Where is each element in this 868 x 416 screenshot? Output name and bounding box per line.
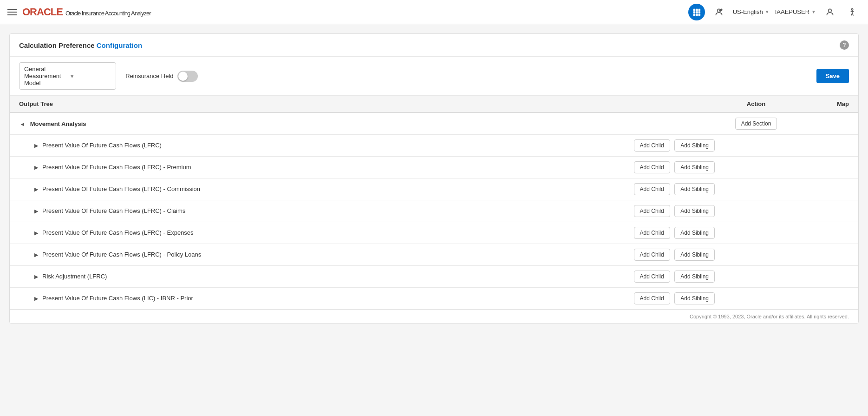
map-cell [809, 222, 858, 244]
action-cell: Add Child Add Sibling [539, 244, 809, 266]
table-row: ◄ Movement Analysis Add Section [10, 112, 858, 135]
tree-node-label: ▶Present Value Of Future Cash Flows (LFR… [10, 244, 539, 266]
reinsurance-toggle-wrap: Reinsurance Held [125, 71, 197, 82]
expand-icon[interactable]: ▶ [33, 143, 39, 149]
svg-rect-0 [693, 8, 696, 11]
language-selector[interactable]: US-English ▼ [733, 8, 770, 15]
svg-rect-3 [693, 11, 696, 13]
tree-node-label: ▶Present Value Of Future Cash Flows (LFR… [10, 157, 539, 178]
child-rows-table: ▶Present Value Of Future Cash Flows (LFR… [10, 135, 858, 310]
table-row: ▶Present Value Of Future Cash Flows (LFR… [10, 200, 858, 222]
expand-icon[interactable]: ▶ [33, 274, 39, 280]
model-dropdown-chevron-icon: ▼ [70, 73, 111, 79]
add-sibling-button[interactable]: Add Sibling [674, 183, 715, 195]
lang-chevron-icon: ▼ [765, 9, 770, 14]
add-child-button[interactable]: Add Child [634, 292, 670, 304]
expand-icon[interactable]: ▶ [33, 230, 39, 237]
add-sibling-button[interactable]: Add Sibling [674, 139, 715, 152]
help-icon[interactable]: ? [840, 40, 849, 50]
expand-icon[interactable]: ▶ [33, 208, 39, 215]
action-cell: Add Child Add Sibling [539, 157, 809, 178]
user-chevron-icon: ▼ [811, 9, 816, 14]
add-sibling-button[interactable]: Add Sibling [674, 292, 715, 304]
add-child-button[interactable]: Add Child [634, 205, 670, 217]
tree-node-label: ◄ Movement Analysis [10, 112, 691, 135]
table-row: ▶Present Value Of Future Cash Flows (LFR… [10, 222, 858, 244]
hamburger-menu[interactable] [7, 9, 17, 15]
toggle-knob [178, 72, 188, 81]
map-cell [809, 244, 858, 266]
map-cell [809, 200, 858, 222]
toolbar: General Measurement Model ▼ Reinsurance … [10, 57, 858, 96]
tree-table-section: Output Tree Action Map ◄ Movement Analys… [10, 96, 858, 310]
svg-rect-8 [698, 13, 700, 15]
add-child-button[interactable]: Add Child [634, 249, 670, 261]
add-sibling-button[interactable]: Add Sibling [674, 161, 715, 173]
add-child-button[interactable]: Add Child [634, 139, 670, 152]
expand-icon[interactable]: ▶ [33, 165, 39, 171]
action-col-header: Action [691, 96, 821, 112]
table-row: ▶Present Value Of Future Cash Flows (LFR… [10, 135, 858, 157]
root-map-cell [821, 112, 858, 135]
expand-icon[interactable]: ▶ [33, 296, 39, 302]
expand-icon[interactable]: ▶ [33, 252, 39, 258]
footer: Copyright © 1993, 2023, Oracle and/or it… [10, 310, 858, 323]
add-child-button[interactable]: Add Child [634, 227, 670, 239]
svg-rect-6 [693, 13, 696, 15]
map-cell [809, 135, 858, 157]
reinsurance-toggle[interactable] [177, 71, 198, 82]
add-child-button[interactable]: Add Child [634, 183, 670, 195]
tree-node-label: ▶Present Value Of Future Cash Flows (LIC… [10, 288, 539, 310]
tree-node-label: ▶Present Value Of Future Cash Flows (LFR… [10, 222, 539, 244]
add-sibling-button[interactable]: Add Sibling [674, 271, 715, 283]
svg-rect-5 [698, 11, 700, 13]
add-sibling-button[interactable]: Add Sibling [674, 205, 715, 217]
accessibility-icon[interactable] [844, 4, 861, 20]
action-cell: Add Child Add Sibling [539, 288, 809, 310]
oracle-logo: ORACLEOracle Insurance Accounting Analyz… [22, 6, 151, 18]
table-row: ▶Present Value Of Future Cash Flows (LFR… [10, 178, 858, 200]
add-sibling-button[interactable]: Add Sibling [674, 249, 715, 261]
config-card: Calculation Preference Configuration ? G… [9, 33, 859, 324]
user-profile-icon[interactable] [822, 4, 838, 20]
table-row: ▶Present Value Of Future Cash Flows (LFR… [10, 244, 858, 266]
root-action-cell: Add Section [691, 112, 821, 135]
collapse-icon[interactable]: ◄ [19, 121, 26, 127]
action-cell: Add Child Add Sibling [539, 200, 809, 222]
user-selector[interactable]: IAAEPUSER ▼ [775, 8, 816, 15]
output-tree-table: Output Tree Action Map ◄ Movement Analys… [10, 96, 858, 135]
page-title: Calculation Preference Configuration [19, 41, 142, 49]
model-dropdown[interactable]: General Measurement Model ▼ [19, 62, 116, 90]
add-sibling-button[interactable]: Add Sibling [674, 227, 715, 239]
save-button[interactable]: Save [816, 69, 849, 83]
map-cell [809, 288, 858, 310]
table-row: ▶Risk Adjustment (LFRC) Add Child Add Si… [10, 266, 858, 288]
tree-node-label: ▶Present Value Of Future Cash Flows (LFR… [10, 178, 539, 200]
svg-point-12 [829, 9, 832, 12]
svg-rect-2 [698, 8, 700, 11]
map-cell [809, 266, 858, 288]
map-cell [809, 157, 858, 178]
map-col-header: Map [821, 96, 858, 112]
tree-node-label: ▶Risk Adjustment (LFRC) [10, 266, 539, 288]
svg-text:⚙: ⚙ [719, 9, 721, 11]
action-cell: Add Child Add Sibling [539, 135, 809, 157]
tree-node-label: ▶Present Value Of Future Cash Flows (LFR… [10, 135, 539, 157]
action-cell: Add Child Add Sibling [539, 266, 809, 288]
add-child-button[interactable]: Add Child [634, 161, 670, 173]
add-section-button[interactable]: Add Section [735, 118, 777, 130]
apps-grid-icon[interactable] [688, 4, 705, 20]
svg-point-13 [851, 8, 853, 10]
map-cell [809, 178, 858, 200]
expand-icon[interactable]: ▶ [33, 186, 39, 193]
table-row: ▶Present Value Of Future Cash Flows (LFR… [10, 157, 858, 178]
user-settings-icon[interactable]: ⚙ [711, 4, 727, 20]
table-row: ▶Present Value Of Future Cash Flows (LIC… [10, 288, 858, 310]
svg-rect-4 [696, 11, 698, 13]
svg-rect-7 [696, 13, 698, 15]
action-cell: Add Child Add Sibling [539, 222, 809, 244]
tree-node-label: ▶Present Value Of Future Cash Flows (LFR… [10, 200, 539, 222]
add-child-button[interactable]: Add Child [634, 271, 670, 283]
svg-rect-1 [696, 8, 698, 11]
table-header-row: Output Tree Action Map [10, 96, 858, 112]
